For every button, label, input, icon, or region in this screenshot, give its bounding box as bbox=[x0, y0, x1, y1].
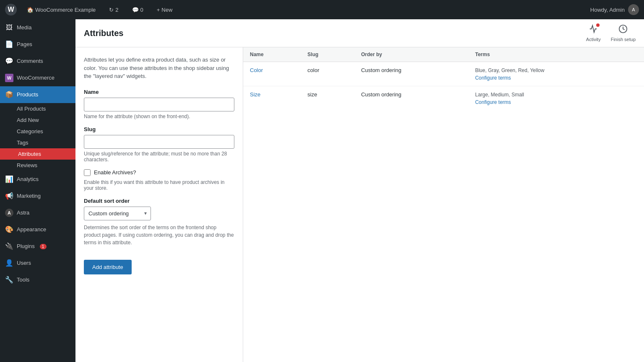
comments-count: 0 bbox=[140, 7, 143, 13]
attr-name-size: Size bbox=[243, 86, 301, 111]
add-attribute-button[interactable]: Add attribute bbox=[84, 260, 132, 274]
header-actions: Activity Finish setup bbox=[586, 24, 636, 42]
sort-order-label: Default sort order bbox=[84, 198, 234, 204]
pages-icon: 📄 bbox=[5, 40, 13, 49]
sort-select-wrapper: Custom ordering Name Name (numeric) Term… bbox=[84, 207, 151, 220]
home-icon: 🏠 bbox=[27, 7, 34, 13]
sidebar-label-analytics: Analytics bbox=[17, 176, 39, 183]
configure-size-link[interactable]: Configure terms bbox=[475, 99, 637, 105]
sidebar-label-products: Products bbox=[17, 91, 38, 98]
sidebar-item-analytics[interactable]: 📊 Analytics bbox=[0, 171, 75, 188]
sidebar-label-users: Users bbox=[17, 260, 31, 267]
sort-order-select[interactable]: Custom ordering Name Name (numeric) Term… bbox=[84, 207, 151, 220]
enable-archives-field: Enable Archives? Enable this if you want… bbox=[84, 169, 234, 191]
sidebar-item-products[interactable]: 📦 Products bbox=[0, 86, 75, 103]
page-wrapper: 🖼 Media 📄 Pages 💬 Comments W WooCommerce… bbox=[0, 19, 644, 362]
sidebar-subitem-add-new[interactable]: Add New bbox=[0, 114, 75, 126]
form-description: Attributes let you define extra product … bbox=[84, 56, 234, 80]
sidebar-subitem-reviews[interactable]: Reviews bbox=[0, 160, 75, 171]
page-header: Attributes Activity bbox=[75, 19, 644, 47]
sidebar-subitem-attributes[interactable]: Attributes bbox=[0, 148, 75, 160]
name-input[interactable] bbox=[84, 98, 234, 111]
sidebar-item-pages[interactable]: 📄 Pages bbox=[0, 36, 75, 53]
table-body: Color color Custom ordering Blue, Gray, … bbox=[243, 62, 644, 111]
updates-count: 2 bbox=[115, 7, 118, 13]
sidebar-item-tools[interactable]: 🔧 Tools bbox=[0, 272, 75, 288]
users-icon: 👤 bbox=[5, 259, 13, 267]
main-content: Attributes Activity bbox=[75, 19, 644, 362]
enable-archives-hint: Enable this if you want this attribute t… bbox=[84, 179, 234, 191]
table-header-row: Name Slug Order by Terms bbox=[243, 47, 644, 62]
site-name: WooCommerce Example bbox=[35, 7, 96, 13]
enable-archives-checkbox[interactable] bbox=[84, 169, 91, 176]
attr-order-size: Custom ordering bbox=[354, 86, 468, 111]
table-header: Name Slug Order by Terms bbox=[243, 47, 644, 62]
activity-label: Activity bbox=[586, 37, 601, 42]
avatar[interactable]: A bbox=[628, 4, 639, 15]
slug-field: Slug Unique slug/reference for the attri… bbox=[84, 126, 234, 163]
marketing-icon: 📢 bbox=[5, 192, 13, 200]
sidebar-item-comments[interactable]: 💬 Comments bbox=[0, 53, 75, 70]
new-content-link[interactable]: + New bbox=[153, 0, 176, 19]
attr-order-color: Custom ordering bbox=[354, 62, 468, 86]
content-body: Attributes let you define extra product … bbox=[75, 47, 644, 362]
updates-link[interactable]: ↻ 2 bbox=[106, 0, 122, 19]
size-terms-text: Large, Medium, Small bbox=[475, 92, 524, 98]
sidebar-item-plugins[interactable]: 🔌 Plugins 1 bbox=[0, 238, 75, 255]
woocommerce-icon: W bbox=[5, 74, 13, 82]
color-link[interactable]: Color bbox=[250, 67, 263, 73]
wp-logo[interactable]: W bbox=[5, 4, 17, 16]
attr-terms-color: Blue, Gray, Green, Red, Yellow Configure… bbox=[468, 62, 644, 86]
subitem-label-reviews: Reviews bbox=[17, 162, 37, 168]
name-hint: Name for the attribute (shown on the fro… bbox=[84, 114, 234, 119]
astra-icon: A bbox=[5, 209, 13, 217]
sidebar: 🖼 Media 📄 Pages 💬 Comments W WooCommerce… bbox=[0, 19, 75, 362]
howdy-text: Howdy, Admin bbox=[590, 7, 625, 13]
sidebar-subitem-all-products[interactable]: All Products bbox=[0, 103, 75, 114]
sidebar-item-woocommerce[interactable]: W WooCommerce bbox=[0, 70, 75, 86]
name-field: Name Name for the attribute (shown on th… bbox=[84, 89, 234, 119]
comments-link[interactable]: 💬 0 bbox=[129, 0, 147, 19]
slug-label: Slug bbox=[84, 126, 234, 132]
media-icon: 🖼 bbox=[5, 23, 13, 32]
sidebar-item-marketing[interactable]: 📢 Marketing bbox=[0, 188, 75, 204]
activity-button[interactable]: Activity bbox=[586, 24, 601, 42]
sidebar-label-plugins: Plugins bbox=[17, 243, 35, 250]
size-link[interactable]: Size bbox=[250, 91, 260, 98]
tools-icon: 🔧 bbox=[5, 276, 13, 284]
sidebar-label-marketing: Marketing bbox=[17, 193, 41, 200]
site-link[interactable]: 🏠 WooCommerce Example bbox=[23, 0, 99, 19]
activity-icon bbox=[589, 24, 598, 36]
col-terms: Terms bbox=[468, 47, 644, 62]
slug-hint: Unique slug/reference for the attribute;… bbox=[84, 151, 234, 163]
sidebar-label-comments: Comments bbox=[17, 58, 43, 65]
sidebar-subitem-tags[interactable]: Tags bbox=[0, 137, 75, 148]
attr-terms-size: Large, Medium, Small Configure terms bbox=[468, 86, 644, 111]
name-label: Name bbox=[84, 89, 234, 95]
subitem-label-attributes: Attributes bbox=[18, 151, 41, 157]
appearance-icon: 🎨 bbox=[5, 225, 13, 234]
finish-setup-label: Finish setup bbox=[611, 37, 636, 42]
finish-setup-button[interactable]: Finish setup bbox=[611, 24, 636, 42]
new-label: New bbox=[161, 7, 172, 13]
sidebar-item-appearance[interactable]: 🎨 Appearance bbox=[0, 221, 75, 238]
comments-icon: 💬 bbox=[132, 7, 139, 13]
plus-icon: + bbox=[157, 7, 160, 13]
form-panel: Attributes let you define extra product … bbox=[75, 47, 243, 362]
sidebar-subitem-categories[interactable]: Categories bbox=[0, 126, 75, 137]
col-order: Order by bbox=[354, 47, 468, 62]
sidebar-label-woocommerce: WooCommerce bbox=[17, 75, 55, 82]
subitem-label-all-products: All Products bbox=[17, 106, 46, 112]
sidebar-item-users[interactable]: 👤 Users bbox=[0, 255, 75, 272]
enable-archives-row: Enable Archives? bbox=[84, 169, 234, 176]
attr-slug-size: size bbox=[301, 86, 354, 111]
sidebar-item-astra[interactable]: A Astra bbox=[0, 204, 75, 221]
updates-icon: ↻ bbox=[109, 7, 114, 13]
notification-dot bbox=[596, 23, 600, 27]
sidebar-item-media[interactable]: 🖼 Media bbox=[0, 19, 75, 36]
configure-color-link[interactable]: Configure terms bbox=[475, 75, 637, 81]
sidebar-label-pages: Pages bbox=[17, 41, 32, 48]
col-name: Name bbox=[243, 47, 301, 62]
slug-input[interactable] bbox=[84, 135, 234, 149]
plugins-badge: 1 bbox=[40, 244, 47, 249]
